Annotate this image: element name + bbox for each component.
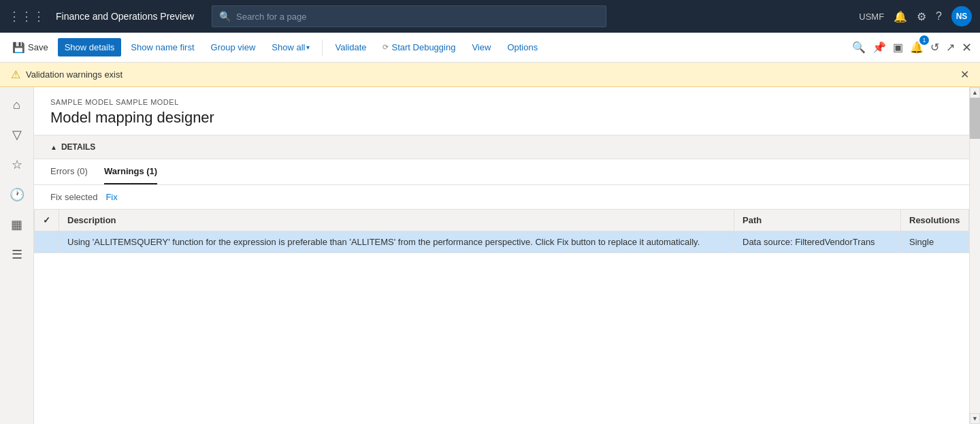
sidebar-home-icon[interactable]: ⌂ <box>5 93 29 117</box>
page-title: Model mapping designer <box>50 109 953 127</box>
sidebar-favorites-icon[interactable]: ☆ <box>5 152 29 177</box>
options-button[interactable]: Options <box>500 38 544 56</box>
main-layout: ⌂ ▽ ☆ 🕐 ▦ ☰ SAMPLE MODEL SAMPLE MODEL Mo… <box>0 87 980 424</box>
panel-icon[interactable]: ▣ <box>890 38 906 56</box>
tabs-row: Errors (0) Warnings (1) <box>34 159 969 185</box>
show-name-first-button[interactable]: Show name first <box>124 38 201 56</box>
sidebar-recent-icon[interactable]: 🕐 <box>5 182 29 207</box>
row-resolutions: Single <box>901 231 969 253</box>
help-icon[interactable]: ? <box>936 10 942 22</box>
show-details-button[interactable]: Show details <box>58 38 122 56</box>
search-box: 🔍 <box>212 5 606 27</box>
top-nav-right: USMF 🔔 ⚙ ? NS <box>859 6 972 27</box>
chevron-down-icon: ▾ <box>306 44 310 51</box>
row-description: Using 'ALLITEMSQUERY' function for the e… <box>59 231 734 253</box>
warning-icon: ⚠ <box>11 68 20 81</box>
tab-warnings[interactable]: Warnings (1) <box>104 159 157 184</box>
alert-bar: ⚠ Validation warnings exist ✕ <box>0 63 980 87</box>
fix-selected-link: Fix selected <box>50 192 97 202</box>
validate-button[interactable]: Validate <box>328 38 373 56</box>
section-collapse-icon: ▲ <box>50 144 57 151</box>
separator-1 <box>322 39 323 56</box>
sidebar-workspaces-icon[interactable]: ▦ <box>5 212 29 237</box>
notif-count: 1 <box>919 35 929 45</box>
scroll-thumb[interactable] <box>970 98 980 139</box>
row-path: Data source: FilteredVendorTrans <box>734 231 901 253</box>
checkmark-icon: ✓ <box>43 215 50 225</box>
popout-icon[interactable]: ↗ <box>943 38 958 56</box>
fix-link[interactable]: Fix <box>105 192 117 202</box>
col-path: Path <box>734 210 901 231</box>
alert-close-button[interactable]: ✕ <box>960 68 969 81</box>
debug-icon: ⟳ <box>382 43 389 52</box>
filter-icon[interactable]: ▽ <box>5 123 29 147</box>
pin-icon[interactable]: 📌 <box>870 38 889 56</box>
search-icon: 🔍 <box>219 11 231 22</box>
content-area: SAMPLE MODEL SAMPLE MODEL Model mapping … <box>34 87 969 424</box>
settings-icon[interactable]: ⚙ <box>917 10 926 23</box>
view-button[interactable]: View <box>465 38 497 56</box>
search-cmd-icon[interactable]: 🔍 <box>849 38 868 56</box>
left-sidebar: ⌂ ▽ ☆ 🕐 ▦ ☰ <box>0 87 34 424</box>
command-bar: 💾 Save Show details Show name first Grou… <box>0 33 980 63</box>
save-button[interactable]: 💾 Save <box>5 37 55 58</box>
tab-errors[interactable]: Errors (0) <box>50 159 88 184</box>
actions-row: Fix selected Fix <box>34 185 969 209</box>
scroll-down-arrow[interactable]: ▼ <box>970 413 980 424</box>
show-all-button[interactable]: Show all ▾ <box>265 38 316 56</box>
scroll-track[interactable] <box>970 98 980 413</box>
refresh-icon[interactable]: ↺ <box>928 38 942 56</box>
warnings-table: ✓ Description Path Resolutions Using 'AL… <box>34 209 969 253</box>
start-debugging-button[interactable]: ⟳ Start Debugging <box>376 38 462 56</box>
row-checkbox[interactable] <box>35 231 59 253</box>
table-container: ✓ Description Path Resolutions Using 'AL… <box>34 209 969 253</box>
right-scrollbar: ▲ ▼ <box>969 87 980 424</box>
notif-badge-cmd[interactable]: 🔔 1 <box>907 38 926 56</box>
col-description: Description <box>59 210 734 231</box>
details-section-header[interactable]: ▲ DETAILS <box>34 135 969 159</box>
section-label: DETAILS <box>61 142 95 152</box>
breadcrumb: SAMPLE MODEL SAMPLE MODEL <box>50 98 953 106</box>
top-nav-bar: ⋮⋮⋮ Finance and Operations Preview 🔍 USM… <box>0 0 980 33</box>
app-grid-icon[interactable]: ⋮⋮⋮ <box>8 9 45 24</box>
notification-icon[interactable]: 🔔 <box>894 10 907 23</box>
user-code: USMF <box>859 12 884 22</box>
table-row[interactable]: Using 'ALLITEMSQUERY' function for the e… <box>35 231 969 253</box>
avatar[interactable]: NS <box>951 6 972 27</box>
scroll-up-arrow[interactable]: ▲ <box>970 87 980 98</box>
col-resolutions: Resolutions <box>901 210 969 231</box>
search-input[interactable] <box>236 12 599 22</box>
col-checkbox: ✓ <box>35 210 59 231</box>
sidebar-modules-icon[interactable]: ☰ <box>5 242 29 267</box>
group-view-button[interactable]: Group view <box>204 38 263 56</box>
app-title: Finance and Operations Preview <box>56 11 194 22</box>
cmd-icon-group: 🔍 📌 ▣ 🔔 1 ↺ ↗ ✕ <box>849 37 975 58</box>
page-header: SAMPLE MODEL SAMPLE MODEL Model mapping … <box>34 87 969 135</box>
close-button[interactable]: ✕ <box>959 37 975 58</box>
alert-message: Validation warnings exist <box>26 69 122 80</box>
save-icon: 💾 <box>12 42 25 54</box>
